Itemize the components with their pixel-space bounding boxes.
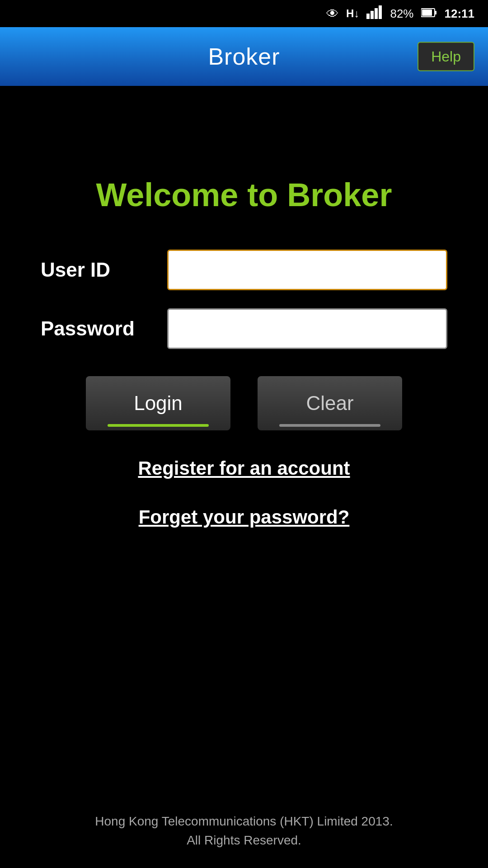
help-button[interactable]: Help: [418, 42, 474, 71]
svg-rect-2: [375, 8, 378, 19]
svg-rect-1: [371, 11, 374, 19]
eye-icon: 👁: [326, 6, 339, 21]
forgot-password-link[interactable]: Forget your password?: [139, 506, 350, 528]
svg-rect-0: [366, 14, 370, 19]
signal-bars-icon: [366, 5, 383, 22]
login-button-underline: [108, 424, 209, 427]
app-header: Broker Help: [0, 27, 488, 86]
status-bar: 👁 H↓ 82% 12:11: [0, 0, 488, 27]
footer: Hong Kong Telecommunications (HKT) Limit…: [0, 812, 488, 850]
userid-label: User ID: [41, 259, 167, 281]
status-time: 12:11: [445, 7, 475, 21]
password-input[interactable]: [167, 308, 447, 349]
action-buttons: Login Clear: [86, 376, 402, 430]
register-link[interactable]: Register for an account: [138, 458, 350, 479]
battery-percentage: 82%: [390, 7, 413, 21]
h-signal-icon: H↓: [346, 7, 359, 20]
footer-line1: Hong Kong Telecommunications (HKT) Limit…: [0, 812, 488, 831]
footer-line2: All Rights Reserved.: [0, 831, 488, 850]
password-row: Password: [41, 308, 447, 349]
password-label: Password: [41, 317, 167, 340]
main-content: Welcome to Broker User ID Password Login…: [0, 86, 488, 868]
clear-button-underline: [279, 424, 380, 427]
login-button[interactable]: Login: [86, 376, 230, 430]
app-title: Broker: [208, 43, 280, 70]
battery-icon: [421, 7, 437, 21]
userid-row: User ID: [41, 250, 447, 290]
login-form: User ID Password: [41, 250, 447, 367]
userid-input[interactable]: [167, 250, 447, 290]
welcome-title: Welcome to Broker: [96, 176, 392, 213]
svg-rect-6: [422, 9, 432, 16]
clear-button[interactable]: Clear: [258, 376, 402, 430]
svg-rect-3: [379, 5, 382, 19]
svg-rect-5: [435, 11, 436, 14]
